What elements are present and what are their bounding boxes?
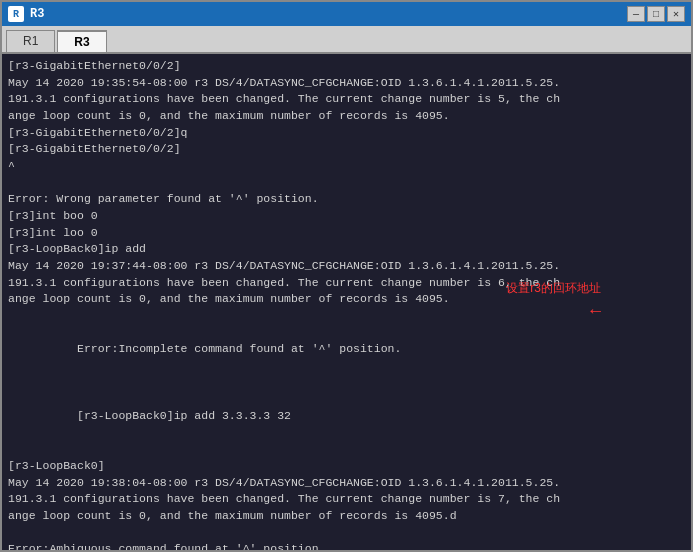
- main-window: R R3 — □ ✕ R1 R3 [r3-GigabitEthernet0/0/…: [0, 0, 693, 552]
- terminal-line: [r3-GigabitEthernet0/0/2]q: [8, 125, 685, 142]
- terminal-line: [8, 175, 685, 192]
- terminal-line: 191.3.1 configurations have been changed…: [8, 91, 685, 108]
- terminal-line: Error:Incomplete command found at '^' po…: [8, 325, 685, 392]
- title-controls: — □ ✕: [627, 6, 685, 22]
- terminal-line: [r3]int loo 0: [8, 225, 685, 242]
- terminal-line: May 14 2020 19:37:44-08:00 r3 DS/4/DATAS…: [8, 258, 685, 275]
- restore-button[interactable]: □: [647, 6, 665, 22]
- terminal-wrapper: [r3-GigabitEthernet0/0/2] May 14 2020 19…: [2, 54, 691, 550]
- terminal-line: [r3-LoopBack0]: [8, 458, 685, 475]
- terminal-line: [r3-GigabitEthernet0/0/2]: [8, 141, 685, 158]
- terminal-line: ange loop count is 0, and the maximum nu…: [8, 291, 685, 308]
- title-bar: R R3 — □ ✕: [2, 2, 691, 26]
- terminal-line: [8, 525, 685, 542]
- window-title: R3: [30, 7, 44, 21]
- app-icon: R: [8, 6, 24, 22]
- tab-r3[interactable]: R3: [57, 30, 106, 52]
- tab-r1[interactable]: R1: [6, 30, 55, 52]
- terminal-line: ange loop count is 0, and the maximum nu…: [8, 508, 685, 525]
- minimize-button[interactable]: —: [627, 6, 645, 22]
- terminal-line: [8, 308, 685, 325]
- terminal-line: [r3-LoopBack0]ip add: [8, 241, 685, 258]
- terminal-line: Error: Wrong parameter found at '^' posi…: [8, 191, 685, 208]
- terminal-line: May 14 2020 19:35:54-08:00 r3 DS/4/DATAS…: [8, 75, 685, 92]
- terminal-line: 191.3.1 configurations have been changed…: [8, 491, 685, 508]
- terminal-line-annotated: [r3-LoopBack0]ip add 3.3.3.3 32 ←: [8, 391, 685, 458]
- close-button[interactable]: ✕: [667, 6, 685, 22]
- terminal-line: [r3]int boo 0: [8, 208, 685, 225]
- terminal-line: Error:Ambiguous command found at '^' pos…: [8, 541, 685, 550]
- terminal-line: 191.3.1 configurations have been changed…: [8, 275, 685, 292]
- terminal-line: May 14 2020 19:38:04-08:00 r3 DS/4/DATAS…: [8, 475, 685, 492]
- terminal-line: ^: [8, 158, 685, 175]
- terminal-line: ange loop count is 0, and the maximum nu…: [8, 108, 685, 125]
- tab-bar: R1 R3: [2, 26, 691, 54]
- title-bar-left: R R3: [8, 6, 44, 22]
- terminal-line: [r3-GigabitEthernet0/0/2]: [8, 58, 685, 75]
- terminal-content[interactable]: [r3-GigabitEthernet0/0/2] May 14 2020 19…: [2, 54, 691, 550]
